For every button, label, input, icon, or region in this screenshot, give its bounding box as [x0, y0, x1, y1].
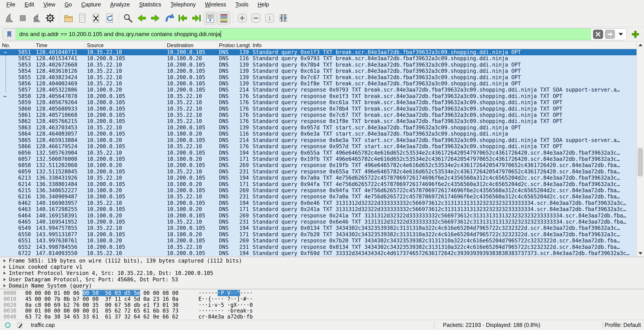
stop-capture-icon[interactable]	[16, 12, 29, 25]
clear-filter-button[interactable]	[593, 30, 603, 39]
packet-row[interactable]: 6214136.33880148410.200.0.10510.100.0.20…	[0, 181, 644, 187]
apply-filter-button[interactable]	[605, 30, 615, 39]
filter-bookmark-button[interactable]	[3, 29, 16, 40]
packet-row[interactable]: 5859128.40567926410.200.0.10510.35.22.10…	[0, 99, 644, 106]
expand-arrow-icon[interactable]	[4, 272, 6, 275]
capture-comment-icon[interactable]	[16, 321, 24, 329]
hex-row[interactable]: 00200a c8 00 69 b2 76 00 35 00 67 58 db …	[0, 302, 644, 308]
expand-arrow-icon[interactable]	[4, 284, 6, 287]
column-header-length[interactable]: Length	[235, 42, 250, 49]
packet-row[interactable]: 6213136.33843192610.35.22.1010.200.0.105…	[0, 175, 644, 181]
column-header-time[interactable]: Time	[34, 42, 85, 49]
menu-item-statistics[interactable]: Statistics	[134, 1, 166, 9]
close-file-icon[interactable]	[90, 12, 102, 25]
hex-row[interactable]: 000000 00 00 01 00 06 00 50 56 03 d5 5e …	[0, 290, 644, 296]
packet-row[interactable]: 6216136.34090948710.200.0.10510.35.22.10…	[0, 194, 644, 200]
display-filter-field[interactable]: dns and ip.addr == 10.200.0.105 and dns.…	[3, 28, 627, 40]
packet-row[interactable]: 5856128.40400246910.35.22.1010.200.0.105…	[0, 81, 644, 87]
packet-row[interactable]: 5853128.40267266810.35.22.1010.200.0.105…	[0, 62, 644, 68]
packet-row[interactable]: →5851128.40104071110.35.22.1010.200.0.10…	[0, 49, 644, 55]
add-filter-button[interactable]	[630, 28, 641, 40]
packet-row[interactable]: 6465140.16954195210.200.0.10510.35.22.10…	[0, 219, 644, 225]
detail-row[interactable]: Domain Name System (query)	[0, 283, 644, 289]
resize-columns-icon[interactable]	[277, 12, 290, 25]
next-packet-icon[interactable]	[149, 12, 162, 25]
packet-row[interactable]: 5862128.40576621510.200.0.10510.35.22.10…	[0, 118, 644, 124]
menu-item-view[interactable]: View	[39, 1, 60, 9]
packet-row[interactable]: 5861128.40571066810.200.0.10510.35.22.10…	[0, 112, 644, 118]
display-filter-input[interactable]: dns and ip.addr == 10.200.0.105 and dns.…	[16, 29, 591, 40]
column-header-no[interactable]: No.	[0, 42, 34, 49]
packet-row[interactable]: 5860128.40568093310.200.0.10510.35.22.10…	[0, 106, 644, 112]
menu-item-telephony[interactable]: Telephony	[166, 1, 200, 9]
start-capture-icon[interactable]	[3, 12, 16, 25]
column-header-destination[interactable]: Destination	[165, 42, 217, 49]
detail-row[interactable]: Linux cooked capture v1	[0, 264, 644, 270]
menu-item-analyze[interactable]: Analyze	[106, 1, 134, 9]
menu-item-tools[interactable]: Tools	[231, 1, 253, 9]
packet-row[interactable]: 6464140.16915839110.100.0.2010.200.0.105…	[0, 213, 644, 219]
packet-row[interactable]: 6549143.99475785510.35.22.1010.200.0.105…	[0, 225, 644, 231]
packet-row[interactable]: 6463140.16729825510.200.0.10510.100.0.20…	[0, 206, 644, 212]
packet-row[interactable]: 6058132.51120286010.100.0.2010.200.0.105…	[0, 162, 644, 168]
find-packet-icon[interactable]	[122, 12, 134, 25]
packet-row[interactable]: 6462140.16690395710.35.22.1010.200.0.105…	[0, 200, 644, 206]
packet-list-scrollbar[interactable]	[636, 42, 644, 256]
packet-row[interactable]: 5863128.46370345310.35.22.1010.200.0.105…	[0, 125, 644, 131]
column-header-protocol[interactable]: Protocol	[217, 42, 235, 49]
menu-item-edit[interactable]: Edit	[20, 1, 39, 9]
expand-arrow-icon[interactable]	[4, 259, 6, 262]
packet-row[interactable]: 5864128.46408305710.200.0.10510.100.0.20…	[0, 131, 644, 137]
hex-row[interactable]: 003000 01 00 00 00 00 00 01 05 62 72 65 …	[0, 308, 644, 314]
previous-packet-icon[interactable]	[135, 12, 148, 25]
menu-item-file[interactable]: File	[2, 1, 20, 9]
filter-history-dropdown[interactable]	[615, 29, 626, 40]
zoom-100-icon[interactable]: 1	[263, 12, 276, 25]
save-file-icon[interactable]: 010101100111	[76, 12, 88, 25]
auto-scroll-icon[interactable]	[204, 12, 216, 25]
packet-row[interactable]: 6059132.51152804510.200.0.10510.35.22.10…	[0, 169, 644, 175]
packet-row[interactable]: 5854128.40361012610.35.22.1010.200.0.105…	[0, 68, 644, 74]
menu-item-go[interactable]: Go	[60, 1, 76, 9]
packet-row[interactable]: 6215136.34065222710.100.0.2010.200.0.105…	[0, 187, 644, 194]
menu-item-help[interactable]: Help	[253, 1, 274, 9]
packet-row[interactable]: 5855128.40382342410.35.22.1010.200.0.105…	[0, 74, 644, 81]
menu-item-capture[interactable]: Capture	[77, 1, 106, 9]
open-file-icon[interactable]	[62, 12, 75, 25]
detail-row[interactable]: Frame 5851: 139 bytes on wire (1112 bits…	[0, 258, 644, 264]
hex-row[interactable]: 004063 72 0a 38 34 65 33 61 61 37 32 64 …	[0, 314, 644, 320]
packet-row[interactable]: 6551143.99763076110.100.0.2010.200.0.105…	[0, 237, 644, 244]
profile-status[interactable]: Profile: Default	[605, 322, 641, 328]
packet-row[interactable]: 5866128.46617952410.200.0.10510.35.22.10…	[0, 143, 644, 150]
packet-row[interactable]: 5865128.46591388410.100.0.2010.200.0.105…	[0, 137, 644, 143]
scroll-down-button[interactable]	[637, 250, 644, 256]
detail-row[interactable]: Internet Protocol Version 4, Src: 10.35.…	[0, 270, 644, 276]
packet-row[interactable]: 6550143.99513107710.200.0.10510.100.0.20…	[0, 231, 644, 237]
zoom-in-icon[interactable]	[236, 12, 249, 25]
expand-arrow-icon[interactable]	[4, 265, 6, 268]
packet-row[interactable]: 6056132.50576390410.35.22.1010.200.0.105…	[0, 150, 644, 156]
column-header-info[interactable]: Info	[250, 42, 644, 49]
zoom-out-icon[interactable]	[250, 12, 262, 25]
menu-item-wireless[interactable]: Wireless	[200, 1, 231, 9]
capture-options-icon[interactable]	[44, 12, 56, 25]
column-header-source[interactable]: Source	[85, 42, 165, 49]
packet-row[interactable]: ←5858128.40564787810.200.0.10510.35.22.1…	[0, 93, 644, 99]
packet-row[interactable]: 6722147.81409355010.35.22.1010.200.0.105…	[0, 250, 644, 256]
last-packet-icon[interactable]	[190, 12, 203, 25]
detail-row[interactable]: User Datagram Protocol, Src Port: 45686,…	[0, 276, 644, 283]
colorize-icon[interactable]	[218, 12, 230, 25]
first-packet-icon[interactable]	[176, 12, 189, 25]
packet-row[interactable]: 5852128.40153474110.200.0.10510.100.0.20…	[0, 55, 644, 62]
restart-capture-icon[interactable]	[30, 12, 43, 25]
reload-file-icon[interactable]	[103, 12, 116, 25]
go-to-packet-icon[interactable]	[163, 12, 176, 25]
packet-row[interactable]: 5857128.40532288610.100.0.2010.200.0.105…	[0, 87, 644, 93]
expert-info-icon[interactable]	[4, 321, 12, 329]
scrollbar-thumb[interactable]	[638, 148, 643, 176]
hex-row[interactable]: 001045 00 00 7b 8b b7 00 00 3f 11 c4 5d …	[0, 296, 644, 302]
packet-row[interactable]: 6057132.50607600810.200.0.10510.100.0.20…	[0, 156, 644, 162]
scroll-up-button[interactable]	[637, 42, 644, 48]
packet-row[interactable]: 6552143.99878455610.200.0.10510.35.22.10…	[0, 244, 644, 250]
expand-arrow-icon[interactable]	[4, 278, 6, 281]
